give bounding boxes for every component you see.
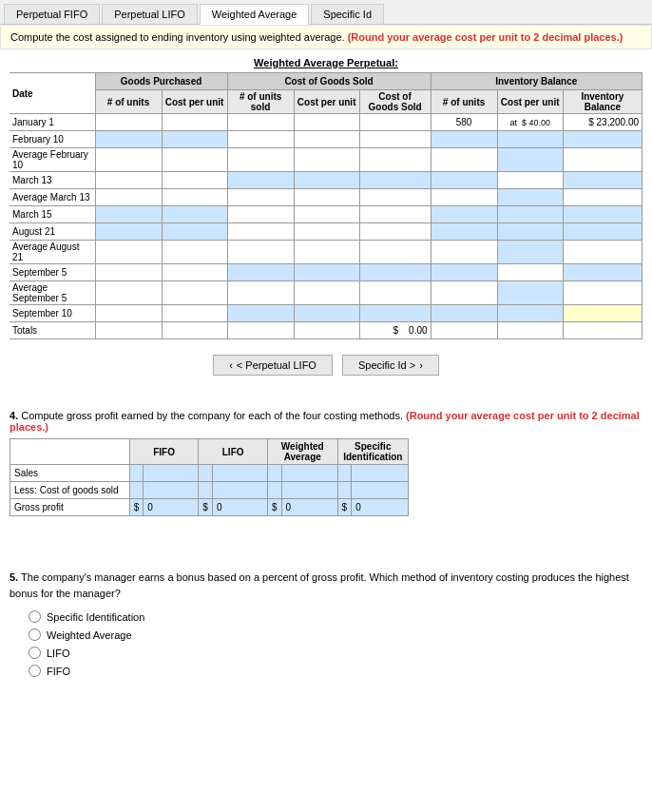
radio-item-specific-id[interactable]: Specific Identification — [29, 610, 642, 623]
inv-units-feb10[interactable] — [431, 131, 497, 148]
inv-cost-aug21[interactable] — [497, 223, 563, 241]
inv-cost-avg-mar13-input[interactable] — [501, 192, 560, 203]
cogs-cost-mar13[interactable] — [294, 172, 359, 189]
sales-fifo-input[interactable] — [147, 468, 194, 478]
inv-bal-mar15-input[interactable] — [566, 209, 639, 220]
cogs-lifo-val[interactable] — [212, 482, 267, 499]
inv-cost-avg-feb10-input[interactable] — [501, 155, 560, 165]
gp-cost-feb10[interactable] — [162, 131, 227, 148]
inv-units-mar13-input[interactable] — [434, 175, 494, 185]
inv-bal-mar13-input[interactable] — [566, 175, 639, 185]
sales-lifo-input[interactable] — [217, 468, 263, 478]
inv-cost-mar15-input[interactable] — [501, 209, 560, 220]
cogs-total-sep10-input[interactable] — [363, 308, 428, 319]
prev-button[interactable]: ‹ < Perpetual LIFO — [213, 355, 333, 376]
cogs-fifo-val[interactable] — [144, 482, 199, 499]
inv-bal-feb10-input[interactable] — [566, 134, 639, 145]
sales-fifo-val[interactable] — [144, 465, 199, 482]
radio-item-fifo[interactable]: FIFO — [29, 665, 642, 677]
inv-units-sep10[interactable] — [431, 305, 497, 322]
cogs-total-sep5-input[interactable] — [363, 267, 428, 278]
inv-bal-aug21[interactable] — [563, 223, 642, 241]
inv-cost-avg-mar13[interactable] — [497, 189, 563, 206]
cogs-total-mar13[interactable] — [359, 172, 431, 189]
cogs-wa-val[interactable] — [281, 482, 337, 499]
tab-weighted-average[interactable]: Weighted Average — [200, 4, 310, 25]
inv-units-mar13[interactable] — [431, 172, 497, 189]
inv-units-aug21[interactable] — [431, 223, 497, 241]
inv-cost-feb10-input[interactable] — [501, 134, 560, 145]
inv-cost-avg-sep5[interactable] — [497, 281, 563, 305]
inv-units-feb10-input[interactable] — [434, 134, 494, 145]
inv-units-sep5[interactable] — [431, 264, 497, 281]
inv-units-mar15-input[interactable] — [434, 209, 494, 220]
inv-bal-sep10[interactable] — [563, 305, 642, 322]
inv-units-sep5-input[interactable] — [434, 267, 494, 278]
inv-cost-aug21-input[interactable] — [501, 226, 560, 237]
inv-bal-mar15[interactable] — [563, 206, 642, 223]
tab-perpetual-lifo[interactable]: Perpetual LIFO — [102, 4, 198, 24]
radio-item-weighted-average[interactable]: Weighted Average — [29, 628, 642, 641]
cogs-total-sep10[interactable] — [359, 305, 431, 322]
radio-fifo[interactable] — [29, 665, 41, 677]
cogs-fifo-input[interactable] — [147, 485, 194, 495]
inv-cost-sep10[interactable] — [497, 305, 563, 322]
cogs-cost-sep10-input[interactable] — [297, 308, 356, 319]
inv-cost-avg-aug21-input[interactable] — [501, 247, 560, 258]
radio-weighted-average[interactable] — [29, 628, 41, 641]
gp-cost-mar15-input[interactable] — [165, 209, 224, 220]
inv-cost-avg-feb10[interactable] — [497, 148, 563, 172]
gp-cost-feb10-input[interactable] — [165, 134, 224, 145]
gp-units-feb10[interactable] — [95, 131, 162, 148]
inv-cost-avg-sep5-input[interactable] — [501, 288, 560, 299]
inv-cost-feb10[interactable] — [497, 131, 563, 148]
cogs-units-sep5[interactable] — [227, 264, 294, 281]
cogs-wa-input[interactable] — [286, 485, 334, 495]
cogs-units-sep10[interactable] — [227, 305, 294, 322]
sales-si-val[interactable] — [352, 465, 409, 482]
inv-bal-feb10[interactable] — [563, 131, 642, 148]
inv-bal-mar13[interactable] — [563, 172, 642, 189]
tab-specific-id[interactable]: Specific Id — [311, 4, 384, 24]
gp-cost-aug21-input[interactable] — [165, 226, 224, 237]
cogs-units-sep5-input[interactable] — [231, 267, 291, 278]
radio-item-lifo[interactable]: LIFO — [29, 647, 642, 659]
inv-units-aug21-input[interactable] — [434, 226, 494, 237]
inv-bal-sep10-input[interactable] — [566, 308, 639, 319]
gp-units-aug21-input[interactable] — [99, 226, 159, 237]
cogs-units-mar13[interactable] — [227, 172, 294, 189]
cogs-cost-sep5-input[interactable] — [297, 267, 356, 278]
sales-si-input[interactable] — [355, 468, 404, 478]
inv-bal-aug21-input[interactable] — [566, 226, 639, 237]
inv-units-mar15[interactable] — [431, 206, 497, 223]
inv-cost-avg-aug21[interactable] — [497, 241, 563, 264]
cogs-units-sep10-input[interactable] — [231, 308, 291, 319]
inv-cost-sep10-input[interactable] — [501, 308, 560, 319]
gp-cost-aug21[interactable] — [162, 223, 227, 241]
cogs-cost-mar13-input[interactable] — [297, 175, 356, 185]
gp-units-mar15-input[interactable] — [99, 209, 159, 220]
cogs-si-input[interactable] — [355, 485, 404, 495]
cogs-units-mar13-input[interactable] — [231, 175, 291, 185]
sales-wa-val[interactable] — [281, 465, 337, 482]
gp-units-mar15[interactable] — [95, 206, 162, 223]
radio-specific-id[interactable] — [29, 610, 41, 623]
gp-units-aug21[interactable] — [95, 223, 162, 241]
cogs-si-val[interactable] — [352, 482, 409, 499]
gp-units-feb10-input[interactable] — [99, 134, 159, 145]
inv-bal-sep5[interactable] — [563, 264, 642, 281]
gp-cost-mar15[interactable] — [162, 206, 227, 223]
cogs-total-sep5[interactable] — [359, 264, 431, 281]
next-button[interactable]: Specific Id > › — [342, 355, 439, 376]
cogs-cost-sep5[interactable] — [294, 264, 359, 281]
sales-wa-input[interactable] — [286, 468, 334, 478]
inv-units-sep10-input[interactable] — [434, 308, 494, 319]
inv-bal-sep5-input[interactable] — [566, 267, 639, 278]
tab-perpetual-fifo[interactable]: Perpetual FIFO — [4, 4, 100, 24]
cogs-lifo-input[interactable] — [217, 485, 263, 495]
cogs-cost-sep10[interactable] — [294, 305, 359, 322]
sales-lifo-val[interactable] — [212, 465, 267, 482]
inv-cost-mar15[interactable] — [497, 206, 563, 223]
cogs-total-mar13-input[interactable] — [363, 175, 428, 185]
radio-lifo[interactable] — [29, 647, 41, 659]
